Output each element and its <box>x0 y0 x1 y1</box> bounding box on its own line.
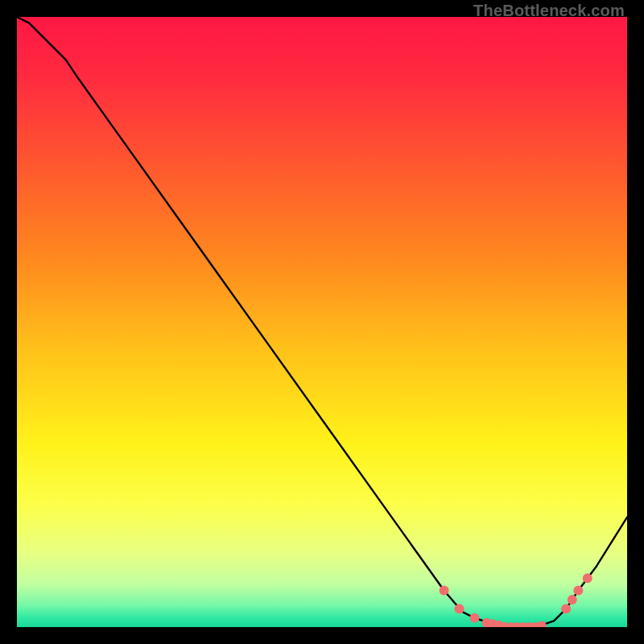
marker-dot <box>470 613 480 623</box>
marker-dot <box>573 586 583 596</box>
marker-dot <box>440 586 449 596</box>
marker-dot <box>455 604 464 613</box>
chart-frame <box>17 17 627 627</box>
gradient-background <box>17 17 627 627</box>
bottleneck-chart <box>17 17 627 627</box>
marker-dot <box>561 604 571 613</box>
marker-dot <box>583 573 592 583</box>
marker-dot <box>568 595 577 605</box>
